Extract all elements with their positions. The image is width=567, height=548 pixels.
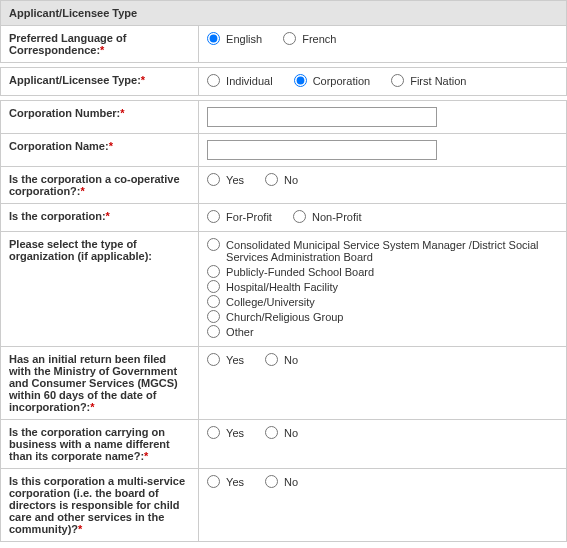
orgtype-options: Consolidated Municipal Service System Ma… (207, 238, 558, 338)
apptype-label-cell: Applicant/Licensee Type:* (1, 68, 199, 96)
multiservice-yes-radio[interactable] (207, 475, 220, 488)
diffname-no-option[interactable]: No (265, 426, 298, 439)
lang-french-radio[interactable] (283, 32, 296, 45)
apptype-corporation-text: Corporation (313, 75, 370, 87)
lang-english-text: English (226, 33, 262, 45)
lang-french-option[interactable]: French (283, 32, 336, 45)
orgtype-option-2[interactable]: Hospital/Health Facility (207, 280, 558, 293)
diffname-field-cell: Yes No (199, 420, 567, 469)
diffname-no-text: No (284, 427, 298, 439)
corpnumber-label: Corporation Number: (9, 107, 120, 119)
orgtype-radio-4[interactable] (207, 310, 220, 323)
apptype-individual-option[interactable]: Individual (207, 74, 272, 87)
required-asterisk: * (109, 140, 113, 152)
profit-for-text: For-Profit (226, 211, 272, 223)
required-asterisk: * (90, 401, 94, 413)
required-asterisk: * (144, 450, 148, 462)
orgtype-option-3[interactable]: College/University (207, 295, 558, 308)
form-table: Preferred Language of Correspondence:* E… (0, 25, 567, 63)
coop-label: Is the corporation a co-operative corpor… (9, 173, 180, 197)
initialreturn-yes-text: Yes (226, 354, 244, 366)
lang-english-radio[interactable] (207, 32, 220, 45)
profit-label-cell: Is the corporation:* (1, 204, 199, 232)
orgtype-option-0[interactable]: Consolidated Municipal Service System Ma… (207, 238, 558, 263)
orgtype-option-5[interactable]: Other (207, 325, 558, 338)
multiservice-field-cell: Yes No (199, 469, 567, 542)
apptype-corporation-radio[interactable] (294, 74, 307, 87)
coop-no-option[interactable]: No (265, 173, 298, 186)
initialreturn-field-cell: Yes No (199, 347, 567, 420)
apptype-firstnation-text: First Nation (410, 75, 466, 87)
multiservice-label-cell: Is this corporation a multi-service corp… (1, 469, 199, 542)
orgtype-radio-2[interactable] (207, 280, 220, 293)
orgtype-radio-0[interactable] (207, 238, 220, 251)
required-asterisk: * (141, 74, 145, 86)
corpnumber-label-cell: Corporation Number:* (1, 101, 199, 134)
initialreturn-no-option[interactable]: No (265, 353, 298, 366)
multiservice-no-option[interactable]: No (265, 475, 298, 488)
coop-yes-option[interactable]: Yes (207, 173, 244, 186)
profit-for-option[interactable]: For-Profit (207, 210, 272, 223)
profit-label: Is the corporation: (9, 210, 106, 222)
required-asterisk: * (120, 107, 124, 119)
multiservice-no-text: No (284, 476, 298, 488)
orgtype-option-1[interactable]: Publicly-Funded School Board (207, 265, 558, 278)
corpnumber-input[interactable] (207, 107, 437, 127)
corpname-label: Corporation Name: (9, 140, 109, 152)
multiservice-label: Is this corporation a multi-service corp… (9, 475, 185, 535)
coop-label-cell: Is the corporation a co-operative corpor… (1, 167, 199, 204)
corpname-field-cell (199, 134, 567, 167)
apptype-label: Applicant/Licensee Type: (9, 74, 141, 86)
apptype-individual-radio[interactable] (207, 74, 220, 87)
orgtype-radio-1[interactable] (207, 265, 220, 278)
coop-field-cell: Yes No (199, 167, 567, 204)
orgtype-radio-5[interactable] (207, 325, 220, 338)
diffname-no-radio[interactable] (265, 426, 278, 439)
required-asterisk: * (100, 44, 104, 56)
corpname-label-cell: Corporation Name:* (1, 134, 199, 167)
initialreturn-yes-radio[interactable] (207, 353, 220, 366)
initialreturn-no-radio[interactable] (265, 353, 278, 366)
section-title: Applicant/Licensee Type (9, 7, 137, 19)
lang-field-cell: English French (199, 26, 567, 63)
required-asterisk: * (78, 523, 82, 535)
profit-for-radio[interactable] (207, 210, 220, 223)
orgtype-option-4[interactable]: Church/Religious Group (207, 310, 558, 323)
coop-yes-radio[interactable] (207, 173, 220, 186)
orgtype-text-0: Consolidated Municipal Service System Ma… (226, 238, 558, 263)
section-header: Applicant/Licensee Type (0, 0, 567, 25)
corpnumber-field-cell (199, 101, 567, 134)
diffname-yes-option[interactable]: Yes (207, 426, 244, 439)
orgtype-field-cell: Consolidated Municipal Service System Ma… (199, 232, 567, 347)
orgtype-label: Please select the type of organization (… (9, 238, 152, 262)
coop-yes-text: Yes (226, 174, 244, 186)
apptype-corporation-option[interactable]: Corporation (294, 74, 370, 87)
multiservice-no-radio[interactable] (265, 475, 278, 488)
orgtype-radio-3[interactable] (207, 295, 220, 308)
form-table-2: Applicant/Licensee Type:* Individual Cor… (0, 67, 567, 96)
lang-label-cell: Preferred Language of Correspondence:* (1, 26, 199, 63)
orgtype-text-3: College/University (226, 295, 315, 308)
orgtype-label-cell: Please select the type of organization (… (1, 232, 199, 347)
required-asterisk: * (106, 210, 110, 222)
initialreturn-label-cell: Has an initial return been filed with th… (1, 347, 199, 420)
initialreturn-no-text: No (284, 354, 298, 366)
coop-no-text: No (284, 174, 298, 186)
diffname-label-cell: Is the corporation carrying on business … (1, 420, 199, 469)
apptype-field-cell: Individual Corporation First Nation (199, 68, 567, 96)
profit-non-radio[interactable] (293, 210, 306, 223)
multiservice-yes-option[interactable]: Yes (207, 475, 244, 488)
diffname-yes-radio[interactable] (207, 426, 220, 439)
initialreturn-yes-option[interactable]: Yes (207, 353, 244, 366)
apptype-firstnation-option[interactable]: First Nation (391, 74, 466, 87)
corpname-input[interactable] (207, 140, 437, 160)
profit-non-option[interactable]: Non-Profit (293, 210, 362, 223)
multiservice-yes-text: Yes (226, 476, 244, 488)
form-table-3: Corporation Number:* Corporation Name:* … (0, 100, 567, 542)
orgtype-text-4: Church/Religious Group (226, 310, 343, 323)
apptype-firstnation-radio[interactable] (391, 74, 404, 87)
required-asterisk: * (81, 185, 85, 197)
apptype-individual-text: Individual (226, 75, 272, 87)
lang-english-option[interactable]: English (207, 32, 262, 45)
coop-no-radio[interactable] (265, 173, 278, 186)
